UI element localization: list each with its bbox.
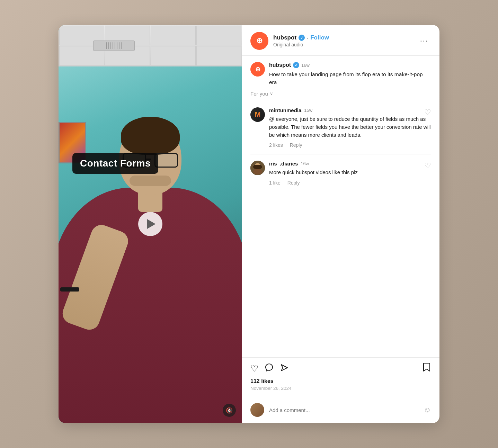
info-panel: ⊕ hubspot ✓ · Follow Original audio ··· … (242, 25, 439, 423)
svg-rect-2 (253, 165, 262, 169)
follow-button[interactable]: Follow (310, 34, 329, 41)
comment-input[interactable] (269, 407, 419, 413)
more-options-button[interactable]: ··· (417, 35, 431, 47)
comment-like-icon-iris[interactable]: ♡ (424, 161, 431, 170)
caption-verified-badge-icon: ✓ (293, 62, 299, 68)
comment-name-row-mintunmedia: mintunmedia 15w (269, 107, 431, 113)
follow-dot: · (307, 35, 308, 41)
comment-likes-iris: 1 like (269, 180, 281, 186)
play-icon (147, 219, 155, 229)
action-bar: ♡ 112 likes November 2 (242, 357, 439, 398)
header-username[interactable]: hubspot (273, 34, 296, 41)
header-name-row: hubspot ✓ · Follow (273, 34, 417, 41)
commenter-avatar (250, 403, 264, 417)
iris-avatar-image (250, 161, 265, 175)
person-hair (121, 117, 180, 155)
comment-body-mintunmedia: mintunmedia 15w @ everyone, just be sure… (269, 107, 431, 148)
likes-count: 112 likes (250, 378, 431, 384)
caption-avatar[interactable]: ⊕ (250, 62, 265, 77)
ac-vent (93, 41, 135, 51)
chevron-down-icon: ∨ (270, 91, 273, 96)
emoji-button[interactable]: ☺ (424, 405, 431, 414)
comment-reply-button-iris[interactable]: Reply (287, 180, 300, 186)
iris-diaries-avatar[interactable] (250, 161, 265, 175)
post-caption: ⊕ hubspot ✓ 16w How to take your landing… (242, 56, 439, 101)
comment-username-mintunmedia[interactable]: mintunmedia (269, 107, 301, 113)
mintunmedia-avatar-letter: M (255, 110, 261, 118)
comment-mintunmedia: M mintunmedia 15w @ everyone, just be su… (250, 101, 431, 155)
caption-username[interactable]: hubspot (269, 62, 291, 68)
for-you-label: For you (250, 91, 268, 97)
like-icon[interactable]: ♡ (250, 363, 258, 374)
header-info: hubspot ✓ · Follow Original audio (273, 34, 417, 47)
post-date: November 26, 2024 (250, 386, 431, 391)
verified-badge-icon: ✓ (299, 35, 305, 41)
comment-name-row-iris: iris_.diaries 16w (269, 161, 431, 167)
stubble (130, 176, 171, 186)
caption-header: ⊕ hubspot ✓ 16w How to take your landing… (250, 62, 431, 87)
comment-actions-mintunmedia: 2 likes Reply (269, 142, 431, 148)
wristband (60, 287, 79, 292)
for-you-row[interactable]: For you ∨ (250, 91, 431, 97)
svg-point-3 (253, 169, 262, 174)
contact-forms-label: Contact Forms (72, 153, 158, 174)
mute-icon: 🔇 (226, 407, 233, 414)
action-icons-row: ♡ (250, 362, 431, 375)
header-sub-label: Original audio (273, 42, 417, 47)
bookmark-icon[interactable] (422, 362, 431, 375)
comment-like-icon-mintunmedia[interactable]: ♡ (424, 108, 431, 117)
post-header: ⊕ hubspot ✓ · Follow Original audio ··· (242, 25, 439, 56)
share-svg-icon (280, 363, 289, 372)
comment-likes-mintunmedia: 2 likes (269, 142, 283, 148)
comment-iris-diaries: iris_.diaries 16w More quick hubspot vid… (250, 154, 431, 192)
comment-svg-icon (265, 363, 274, 372)
ceiling-tile (151, 26, 196, 45)
mintunmedia-avatar[interactable]: M (250, 107, 265, 122)
comment-icon[interactable] (265, 363, 274, 374)
ceiling-tile (151, 46, 196, 66)
instagram-post-card: Contact Forms 🔇 ⊕ hubspot ✓ · Follow Ori (59, 25, 439, 423)
ceiling-tile (196, 26, 241, 45)
comment-time-iris: 16w (301, 161, 309, 166)
comment-time-mintunmedia: 15w (304, 108, 312, 113)
comment-username-iris[interactable]: iris_.diaries (269, 161, 298, 167)
comment-input-row: ☺ (242, 398, 439, 423)
share-icon[interactable] (280, 363, 289, 374)
play-button[interactable] (138, 212, 162, 236)
caption-name-row: hubspot ✓ 16w (269, 62, 431, 68)
caption-meta: hubspot ✓ 16w How to take your landing p… (269, 62, 431, 87)
comment-reply-button-mintunmedia[interactable]: Reply (290, 142, 302, 148)
header-avatar[interactable]: ⊕ (250, 32, 268, 50)
video-panel: Contact Forms 🔇 (59, 25, 242, 423)
person-body (59, 139, 242, 423)
comment-text-iris: More quick hubspot videos like this plz (269, 168, 431, 176)
caption-hubspot-icon: ⊕ (255, 65, 260, 73)
caption-text: How to take your landing page from its f… (269, 70, 431, 87)
comment-actions-iris: 1 like Reply (269, 180, 431, 186)
comment-body-iris: iris_.diaries 16w More quick hubspot vid… (269, 161, 431, 185)
mute-button[interactable]: 🔇 (223, 404, 236, 417)
iris-avatar-svg (250, 161, 265, 175)
ceiling-tile (196, 46, 241, 66)
caption-time: 16w (301, 63, 310, 68)
bookmark-svg-icon (422, 362, 431, 372)
comment-text-mintunmedia: @ everyone, just be sure to reduce the q… (269, 115, 431, 139)
comments-section: M mintunmedia 15w @ everyone, just be su… (242, 101, 439, 358)
ceiling-tiles (59, 25, 242, 66)
hubspot-logo-icon: ⊕ (256, 36, 263, 45)
